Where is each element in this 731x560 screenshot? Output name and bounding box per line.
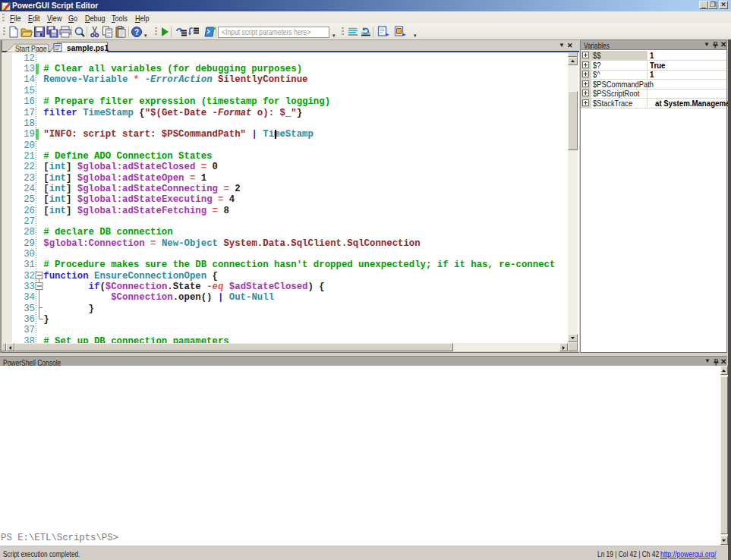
svg-text:?: ? (134, 28, 138, 36)
